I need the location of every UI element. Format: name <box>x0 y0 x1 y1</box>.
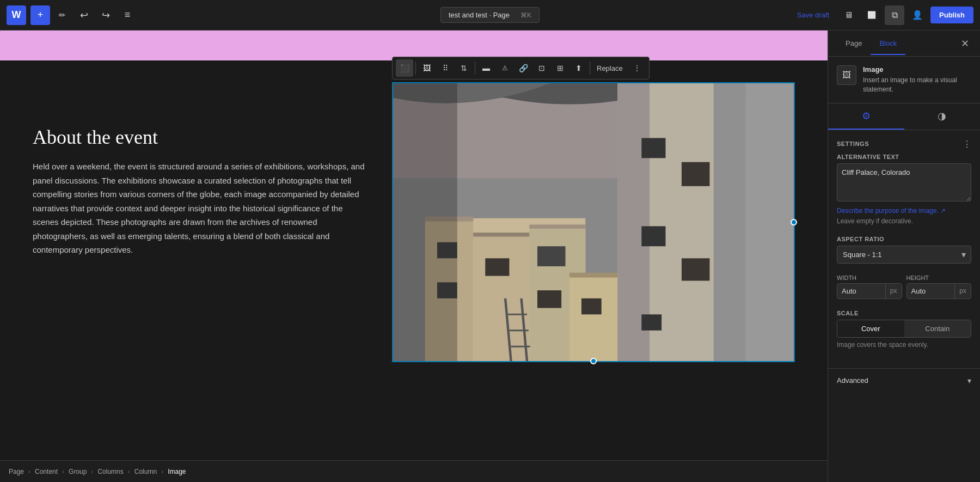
settings-more-button[interactable]: ⋮ <box>963 139 971 149</box>
aspect-ratio-select-wrapper: Square - 1:1 16:9 4:3 3:2 Original <box>837 246 971 264</box>
undo-icon: ↩ <box>80 9 88 21</box>
svg-rect-22 <box>473 233 529 236</box>
list-view-button[interactable]: ≡ <box>118 5 137 25</box>
breadcrumb-sep-1: › <box>28 468 30 475</box>
breadcrumb-columns[interactable]: Columns <box>97 468 123 475</box>
height-input[interactable] <box>907 284 955 298</box>
image-block-button[interactable]: 🖼 <box>418 59 436 77</box>
svg-rect-34 <box>746 83 794 361</box>
resize-handle-right[interactable] <box>791 219 797 225</box>
svg-rect-24 <box>569 274 617 361</box>
user-button[interactable]: 👤 <box>908 5 927 25</box>
width-group: WIDTH px <box>837 274 902 299</box>
page-title-area: test and test · Page ⌘K <box>440 7 540 23</box>
settings-style-tab[interactable]: ◑ <box>904 103 981 130</box>
aspect-ratio-select[interactable]: Square - 1:1 16:9 4:3 3:2 Original <box>837 246 971 264</box>
expand-button[interactable]: ⊞ <box>552 59 569 77</box>
alt-text-input[interactable] <box>837 163 971 202</box>
describe-link[interactable]: Describe the purpose of the image. ↗ <box>837 207 946 215</box>
cliff-palace-svg <box>393 83 794 361</box>
toolbar-separator-3 <box>590 62 590 75</box>
svg-rect-14 <box>473 234 529 361</box>
panel-content: Settings ⋮ ALTERNATIVE TEXT Describe the… <box>828 130 980 368</box>
svg-rect-18 <box>485 258 509 276</box>
user-icon: 👤 <box>912 10 923 20</box>
crop-button[interactable]: ⊡ <box>533 59 550 77</box>
scale-note: Image covers the space evenly. <box>837 341 971 349</box>
tab-block[interactable]: Block <box>871 33 905 55</box>
pink-header-strip <box>0 30 828 60</box>
block-info-section: 🖼 Image Insert an image to make a visual… <box>828 57 980 103</box>
advanced-header[interactable]: Advanced ▾ <box>837 369 971 393</box>
crop-icon: ⊡ <box>538 64 545 72</box>
breadcrumb-content[interactable]: Content <box>35 468 58 475</box>
editor-area: About the event Held over a weekend, the… <box>0 30 828 482</box>
panel-icon: ⧉ <box>892 10 898 20</box>
add-block-button[interactable]: + <box>30 5 50 25</box>
tab-page[interactable]: Page <box>837 33 871 55</box>
block-description: Insert an image to make a visual stateme… <box>863 76 971 94</box>
image-block-icon: 🖼 <box>842 70 851 80</box>
breadcrumb-group[interactable]: Group <box>69 468 87 475</box>
main-area: About the event Held over a weekend, the… <box>0 30 980 482</box>
align-button[interactable]: ▬ <box>477 59 495 77</box>
close-icon: ✕ <box>961 38 969 50</box>
drag-icon: ⠿ <box>443 64 448 72</box>
page-title: test and test · Page <box>449 11 510 19</box>
wide-width-button[interactable]: ⬛ <box>396 59 413 77</box>
image-icon: 🖼 <box>423 64 431 72</box>
svg-rect-20 <box>537 290 561 308</box>
image-container[interactable] <box>392 82 795 362</box>
desktop-view-button[interactable]: 🖥 <box>839 5 859 25</box>
resize-handle-bottom[interactable] <box>590 358 597 364</box>
chevron-down-icon: ▾ <box>967 376 971 385</box>
wp-logo[interactable]: W <box>7 5 26 25</box>
width-input[interactable] <box>837 284 885 298</box>
breadcrumb-sep-4: › <box>128 468 130 475</box>
caption-button[interactable]: ⚠ <box>496 59 513 77</box>
sidebar-close-button[interactable]: ✕ <box>958 37 971 50</box>
width-label: WIDTH <box>837 274 902 281</box>
svg-rect-19 <box>537 246 566 266</box>
page-title-bar[interactable]: test and test · Page ⌘K <box>440 7 540 23</box>
tablet-view-button[interactable]: ⬜ <box>862 5 881 25</box>
arrows-icon: ⇅ <box>461 64 467 72</box>
height-unit: px <box>954 284 971 298</box>
svg-rect-23 <box>529 224 585 228</box>
alt-text-section: ALTERNATIVE TEXT Describe the purpose of… <box>837 154 971 225</box>
scale-cover-button[interactable]: Cover <box>837 320 904 337</box>
block-name: Image <box>863 65 971 74</box>
edit-tool-button[interactable]: ✏ <box>52 5 72 25</box>
sidebar-tabs: Page Block <box>837 33 958 54</box>
shortcut-hint: ⌘K <box>520 11 531 19</box>
breadcrumb-image[interactable]: Image <box>168 468 186 475</box>
advanced-title: Advanced <box>837 376 868 385</box>
publish-button[interactable]: Publish <box>930 7 973 23</box>
settings-header: Settings ⋮ <box>837 139 971 149</box>
svg-rect-11 <box>641 314 661 330</box>
upload-button[interactable]: ⬆ <box>570 59 587 77</box>
breadcrumb-page[interactable]: Page <box>9 468 24 475</box>
toolbar-separator-1 <box>415 62 416 75</box>
replace-button[interactable]: Replace <box>592 62 627 75</box>
move-up-down-button[interactable]: ⇅ <box>455 59 473 77</box>
redo-button[interactable]: ↪ <box>96 5 115 25</box>
link-button[interactable]: 🔗 <box>514 59 532 77</box>
breadcrumb-column[interactable]: Column <box>134 468 157 475</box>
undo-button[interactable]: ↩ <box>74 5 94 25</box>
tablet-icon: ⬜ <box>867 11 876 19</box>
expand-icon: ⊞ <box>557 64 564 72</box>
desktop-icon: 🖥 <box>844 10 853 20</box>
gear-icon: ⚙ <box>862 110 871 122</box>
settings-gear-tab[interactable]: ⚙ <box>828 103 904 130</box>
advanced-section: Advanced ▾ <box>828 368 980 393</box>
more-options-button[interactable]: ⋮ <box>628 59 646 77</box>
settings-style-tabs: ⚙ ◑ <box>828 103 980 130</box>
settings-panel-button[interactable]: ⧉ <box>885 5 904 25</box>
svg-rect-8 <box>682 162 710 186</box>
scale-buttons: Cover Contain <box>837 320 971 338</box>
scale-contain-button[interactable]: Contain <box>904 320 971 337</box>
upload-icon: ⬆ <box>575 64 582 72</box>
drag-handle[interactable]: ⠿ <box>437 59 454 77</box>
save-draft-button[interactable]: Save draft <box>791 8 836 22</box>
